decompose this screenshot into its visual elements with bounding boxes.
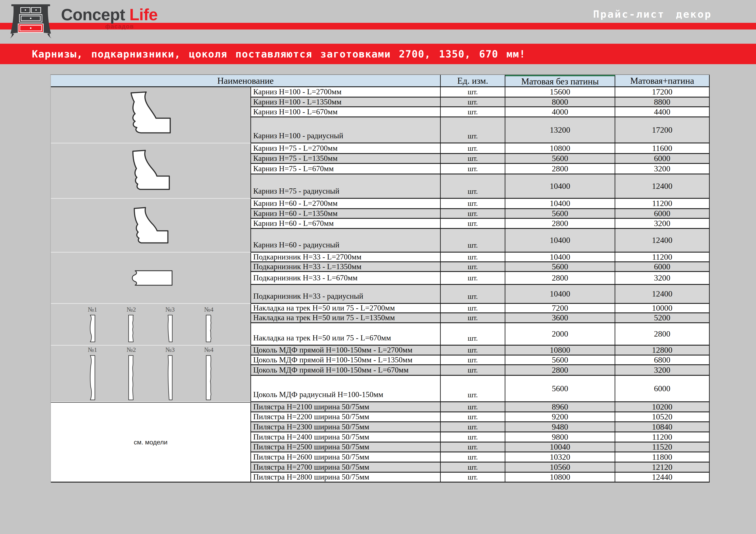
price-matte-cell: 4000 [505, 107, 615, 117]
product-name-cell: Подкарнизник H=33 - L=2700мм [251, 253, 441, 262]
product-name-cell: Накладка на трек H=50 или 75 - L=670мм [251, 323, 441, 345]
unit-cell: шт. [441, 272, 505, 285]
price-matte-cell: 5600 [505, 209, 615, 219]
price-matte-patina-cell: 10840 [615, 422, 710, 432]
column-header-name: Наименование [51, 75, 441, 87]
unit-cell: шт. [441, 174, 505, 199]
price-matte-cell: 5600 [505, 154, 615, 164]
unit-cell: шт. [441, 365, 505, 376]
track-overlay-profiles-cell: №1№2№3№4 [51, 304, 251, 345]
price-matte-patina-cell: 17200 [615, 117, 710, 143]
product-name-cell: Пилястра H=2800 ширина 50/75мм [251, 472, 441, 483]
product-name-cell: Карниз H=75 - L=670мм [251, 164, 441, 174]
price-matte-cell: 9480 [505, 422, 615, 432]
profile-number-label: №1 [73, 346, 112, 353]
subcornice-h33-profile-icon [122, 267, 179, 289]
price-matte-cell: 9200 [505, 412, 615, 422]
unit-cell: шт. [441, 285, 505, 304]
unit-cell: шт. [441, 117, 505, 143]
unit-cell: шт. [441, 154, 505, 164]
price-matte-patina-cell: 11200 [615, 199, 710, 209]
price-matte-patina-cell: 12440 [615, 472, 710, 483]
brand-tagline-fragment: фасадов [105, 23, 134, 30]
profile-4-icon [204, 354, 214, 401]
product-name-cell: Пилястра H=2600 ширина 50/75мм [251, 452, 441, 463]
price-matte-patina-cell: 8800 [615, 97, 710, 107]
cornice-h60-profile-cell [51, 199, 251, 253]
product-name-cell: Карниз H=100 - радиусный [251, 117, 441, 143]
price-table: Наименование Ед. изм. Матовая без патины… [50, 74, 710, 483]
cornice-h75-profile-icon [115, 149, 186, 193]
price-matte-patina-cell: 10200 [615, 402, 710, 412]
price-matte-patina-cell: 6000 [615, 209, 710, 219]
price-matte-cell: 10400 [505, 229, 615, 253]
price-matte-cell: 10560 [505, 463, 615, 472]
price-matte-patina-cell: 2800 [615, 323, 710, 345]
product-name-cell: Цоколь МДФ радиусный H=100-150мм [251, 376, 441, 402]
price-matte-cell: 8000 [505, 97, 615, 107]
price-matte-patina-cell: 5200 [615, 313, 710, 323]
column-header-unit: Ед. изм. [441, 75, 505, 87]
profile-3-icon [165, 314, 175, 343]
price-matte-cell: 10040 [505, 443, 615, 452]
unit-cell: шт. [441, 376, 505, 402]
price-matte-patina-cell: 12120 [615, 463, 710, 472]
product-name-cell: Подкарнизник H=33 - L=1350мм [251, 262, 441, 272]
info-banner: Карнизы, подкарнизники, цоколя поставляю… [0, 44, 756, 64]
product-name-cell: Подкарнизник H=33 - L=670мм [251, 272, 441, 285]
product-name-cell: Карниз H=100 - L=1350мм [251, 97, 441, 107]
price-matte-cell: 10400 [505, 199, 615, 209]
unit-cell: шт. [441, 432, 505, 443]
price-matte-patina-cell: 12400 [615, 285, 710, 304]
price-matte-patina-cell: 3200 [615, 272, 710, 285]
unit-cell: шт. [441, 107, 505, 117]
product-name-cell: Карниз H=60 - L=670мм [251, 219, 441, 229]
price-matte-cell: 13200 [505, 117, 615, 143]
price-matte-patina-cell: 4400 [615, 107, 710, 117]
cornice-h60-profile-icon [116, 205, 185, 246]
profile-3-icon [165, 354, 175, 401]
product-name-cell: Карниз H=60 - L=1350мм [251, 209, 441, 219]
price-matte-patina-cell: 11600 [615, 143, 710, 154]
price-matte-cell: 10400 [505, 285, 615, 304]
price-matte-patina-cell: 10520 [615, 412, 710, 422]
product-name-cell: Подкарнизник H=33 - радиусный [251, 285, 441, 304]
price-matte-cell: 8960 [505, 402, 615, 412]
price-matte-cell: 9800 [505, 432, 615, 443]
cornice-h100-profile-cell [51, 87, 251, 143]
unit-cell: шт. [441, 143, 505, 154]
product-name-cell: Карниз H=75 - L=1350мм [251, 154, 441, 164]
profile-2-icon [126, 314, 136, 343]
unit-cell: шт. [441, 463, 505, 472]
price-matte-cell: 15600 [505, 87, 615, 97]
price-matte-cell: 10320 [505, 452, 615, 463]
price-matte-cell: 10400 [505, 253, 615, 262]
price-matte-cell: 2800 [505, 164, 615, 174]
price-matte-patina-cell: 6000 [615, 376, 710, 402]
product-name-cell: Карниз H=100 - L=670мм [251, 107, 441, 117]
price-matte-patina-cell: 17200 [615, 87, 710, 97]
price-matte-cell: 5600 [505, 355, 615, 365]
product-name-cell: Накладка на трек H=50 или 75 - L=1350мм [251, 313, 441, 323]
unit-cell: шт. [441, 229, 505, 253]
product-name-cell: Цоколь МДФ прямой H=100-150мм - L=670мм [251, 365, 441, 376]
product-name-cell: Карниз H=75 - радиусный [251, 174, 441, 199]
info-banner-text: Карнизы, подкарнизники, цоколя поставляю… [0, 48, 526, 60]
product-name-cell: Пилястра H=2200 ширина 50/75мм [251, 412, 441, 422]
product-name-cell: Пилястра H=2700 ширина 50/75мм [251, 463, 441, 472]
price-matte-cell: 3600 [505, 313, 615, 323]
product-name-cell: Цоколь МДФ прямой H=100-150мм - L=2700мм [251, 345, 441, 355]
product-name-cell: Пилястра H=2300 ширина 50/75мм [251, 422, 441, 432]
price-matte-cell: 2800 [505, 365, 615, 376]
subcornice-h33-profile-cell [51, 253, 251, 304]
product-name-cell: Карниз H=60 - L=2700мм [251, 199, 441, 209]
brand-accent: Life [129, 5, 157, 24]
profile-1-icon [88, 354, 97, 401]
brand-primary: Concept [61, 5, 125, 24]
product-name-cell: Карниз H=100 - L=2700мм [251, 87, 441, 97]
plinth-profiles-cell: №1№2№3№4 [51, 345, 251, 402]
unit-cell: шт. [441, 313, 505, 323]
unit-cell: шт. [441, 472, 505, 483]
pilaster-models-note-cell: см. модели [51, 402, 251, 483]
price-table-wrap: Наименование Ед. изм. Матовая без патины… [50, 74, 710, 483]
